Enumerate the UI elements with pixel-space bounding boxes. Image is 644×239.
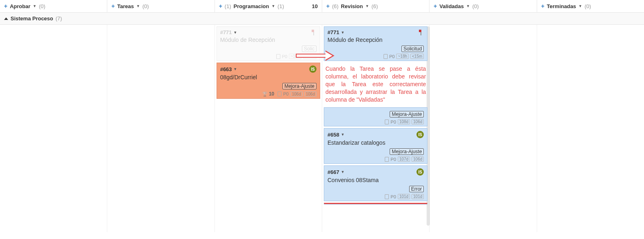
task-card-next[interactable] xyxy=(324,203,427,204)
col-head-validadas[interactable]: + Validadas ▼ (0) xyxy=(429,0,537,12)
avatar[interactable]: IS xyxy=(416,131,424,138)
doc-icon xyxy=(385,194,389,199)
task-tag: Mejora-Ajuste xyxy=(282,83,317,89)
task-time1: 108d xyxy=(398,119,410,124)
trophy-icon xyxy=(262,91,268,97)
task-priority: P0 xyxy=(282,54,287,59)
col-terminadas[interactable] xyxy=(537,25,644,232)
task-id: #658 xyxy=(327,132,339,138)
task-time1: 106d xyxy=(290,91,302,97)
task-tag: Mejora-Ajuste xyxy=(390,111,424,117)
avatar[interactable]: IS xyxy=(309,65,317,73)
caret-down-icon[interactable]: ▼ xyxy=(271,4,275,8)
task-id: #771 xyxy=(327,29,339,35)
col-head-aprobar[interactable]: + Aprobar ▼ (0) xyxy=(0,0,107,12)
task-score: 10 xyxy=(269,91,274,97)
col-count: (0) xyxy=(142,3,149,9)
doc-icon xyxy=(278,91,282,96)
col-title: Programacion xyxy=(234,3,269,9)
plus-icon[interactable]: + xyxy=(4,3,7,9)
task-card-663[interactable]: #663 ▼ IS 08gd/DrCurriel Mejora-Ajuste 1… xyxy=(217,63,320,99)
plus-icon[interactable]: + xyxy=(326,3,330,9)
task-id: #663 xyxy=(220,66,232,72)
doc-icon xyxy=(384,54,388,59)
task-priority: P0 xyxy=(390,120,396,124)
task-time2: <15m xyxy=(410,54,424,59)
columns-header: + Aprobar ▼ (0) + Tareas ▼ (0) + (1) Pro… xyxy=(0,0,644,13)
col-title: Validadas xyxy=(440,3,464,9)
col-head-programacion[interactable]: + (1) Programacion ▼ (1) 10 xyxy=(215,0,322,12)
task-priority: P0 xyxy=(390,194,396,199)
caret-down-icon[interactable]: ▼ xyxy=(33,4,37,8)
task-id: #771 xyxy=(220,29,232,35)
caret-down-icon[interactable]: ▼ xyxy=(341,133,345,137)
swimlane-header[interactable]: Sistema Proceso (7) xyxy=(0,13,644,25)
caret-down-icon[interactable]: ▼ xyxy=(234,67,237,71)
col-count: (1) xyxy=(278,3,284,9)
flag-icon xyxy=(311,30,317,35)
flag-icon xyxy=(418,30,424,35)
col-head-tareas[interactable]: + Tareas ▼ (0) xyxy=(107,0,215,12)
task-title: 08gd/DrCurriel xyxy=(220,74,317,80)
caret-down-icon[interactable]: ▼ xyxy=(341,170,345,174)
col-title: Revision xyxy=(341,3,363,9)
task-card-667[interactable]: #667 ▼ IS Convenios 08Stama Error P0 101… xyxy=(324,165,427,201)
task-tag: Error xyxy=(409,186,424,192)
task-card-fragment[interactable]: Mejora-Ajuste P0 108d 106d xyxy=(324,107,427,126)
task-title: Módulo de Recepción xyxy=(327,37,424,43)
task-time2: 101d xyxy=(412,194,424,199)
plus-icon[interactable]: + xyxy=(434,3,437,9)
col-head-terminadas[interactable]: + Terminadas ▼ (0) xyxy=(537,0,644,12)
col-precount: (1) xyxy=(225,3,231,9)
col-title: Tareas xyxy=(117,3,134,9)
task-time2: 106d xyxy=(304,91,317,97)
col-revision[interactable]: #771 ▼ Módulo de Recepción Solicitud P0 … xyxy=(322,25,429,232)
instruction-note: Cuando la Tarea se pase a ésta columna, … xyxy=(324,63,427,107)
doc-icon xyxy=(385,120,389,124)
task-title: Módulo de Recepción xyxy=(220,37,317,43)
col-validadas[interactable] xyxy=(429,25,537,232)
task-priority: P0 xyxy=(389,54,395,59)
col-score: 10 xyxy=(312,3,318,9)
col-tareas[interactable] xyxy=(107,25,215,232)
task-id: #667 xyxy=(327,169,339,175)
col-head-revision[interactable]: + (6) Revision ▼ (6) xyxy=(322,0,429,12)
task-time1: 107d xyxy=(398,156,410,162)
caret-down-icon[interactable]: ▼ xyxy=(234,30,237,35)
col-title: Aprobar xyxy=(10,3,30,9)
task-card-658[interactable]: #658 ▼ IS Estandarizar catalogos Mejora-… xyxy=(324,128,427,164)
doc-icon xyxy=(276,54,280,59)
col-precount: (6) xyxy=(332,3,338,9)
avatar[interactable]: IS xyxy=(416,168,424,176)
col-count: (0) xyxy=(585,3,591,9)
task-priority: P0 xyxy=(283,91,288,96)
task-time1: 101d xyxy=(398,194,410,199)
swimlane-count: (7) xyxy=(56,15,62,22)
arrow-icon xyxy=(296,50,336,62)
caret-down-icon[interactable]: ▼ xyxy=(341,30,345,35)
plus-icon[interactable]: + xyxy=(111,3,115,9)
task-time2: 106d xyxy=(412,119,424,124)
doc-icon xyxy=(385,157,389,162)
col-aprobar[interactable] xyxy=(0,25,107,232)
chevron-up-icon[interactable] xyxy=(4,17,8,20)
task-tag: Solicitud xyxy=(401,46,424,52)
columns-body: #771 ▼ Módulo de Recepción Solic P0 ~18h… xyxy=(0,25,644,232)
task-title: Estandarizar catalogos xyxy=(327,139,424,146)
col-count: (6) xyxy=(371,3,378,9)
col-title: Terminadas xyxy=(547,3,576,9)
swimlane-title: Sistema Proceso xyxy=(11,15,53,22)
caret-down-icon[interactable]: ▼ xyxy=(579,4,582,8)
col-count: (0) xyxy=(39,3,46,9)
task-title: Convenios 08Stama xyxy=(327,177,424,183)
task-time2: 106d xyxy=(412,156,424,162)
task-card-771[interactable]: #771 ▼ Módulo de Recepción Solicitud P0 … xyxy=(324,26,427,61)
caret-down-icon[interactable]: ▼ xyxy=(136,4,140,8)
plus-icon[interactable]: + xyxy=(541,3,544,9)
caret-down-icon[interactable]: ▼ xyxy=(365,4,369,8)
caret-down-icon[interactable]: ▼ xyxy=(466,4,470,8)
col-count: (0) xyxy=(472,3,479,9)
task-tag: Mejora-Ajuste xyxy=(390,148,424,155)
task-time1: ~18h xyxy=(396,54,409,59)
plus-icon[interactable]: + xyxy=(219,3,222,9)
